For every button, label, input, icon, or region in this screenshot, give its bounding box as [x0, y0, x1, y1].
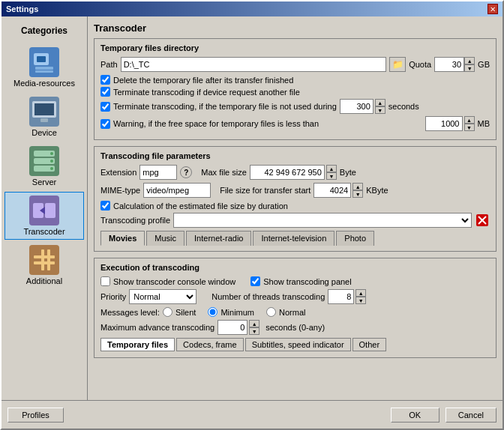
cb3-checkbox[interactable] — [100, 102, 110, 112]
panel-checkbox[interactable] — [250, 276, 260, 286]
file-size-transfer-unit: KByte — [366, 186, 388, 195]
server-icon — [29, 146, 59, 176]
mime-label: MIME-type — [100, 186, 140, 195]
cb3-pre-label: Terminate transcoding, if the temporary … — [113, 102, 337, 111]
transcoder-icon — [29, 196, 59, 225]
cancel-button[interactable]: Cancel — [446, 408, 496, 423]
cb3-up-button[interactable]: ▲ — [375, 99, 386, 106]
browse-button[interactable]: 📁 — [389, 57, 406, 72]
profile-combo — [173, 213, 472, 228]
messages-row: Messages level: Silent Minimum Normal — [100, 307, 490, 317]
sidebar-item-transcoder-label: Transcoder — [23, 227, 64, 236]
cb4-input[interactable] — [425, 116, 463, 131]
threads-label: Number of threads transcoding — [212, 292, 325, 301]
ok-button[interactable]: OK — [391, 408, 440, 423]
close-button[interactable]: ✕ — [488, 4, 498, 14]
svg-rect-7 — [34, 103, 54, 115]
sidebar-item-transcoder[interactable]: Transcoder — [4, 192, 84, 240]
max-file-size-up-button[interactable]: ▲ — [326, 165, 337, 172]
svg-point-13 — [50, 152, 53, 155]
execution-group: Execution of transcoding Show transcoder… — [94, 258, 496, 358]
mime-input[interactable] — [143, 183, 211, 198]
radio-silent-group: Silent — [163, 307, 196, 317]
radio-normal-group: Normal — [266, 307, 305, 317]
footer: Profiles OK Cancel — [2, 400, 502, 429]
tab-music[interactable]: Music — [146, 231, 184, 246]
threads-input[interactable] — [328, 289, 354, 304]
priority-threads-row: Priority Normal Low Below Normal Normal … — [100, 289, 490, 304]
advance-input[interactable] — [218, 320, 248, 335]
format-tabs: Movies Music Internet-radio Internet-tel… — [100, 231, 490, 246]
svg-rect-8 — [40, 118, 48, 122]
extension-label: Extension — [100, 168, 136, 177]
tab-internet-radio[interactable]: Internet-radio — [186, 231, 251, 246]
sidebar-item-server[interactable]: Server — [4, 142, 84, 190]
sidebar-item-device[interactable]: Device — [4, 93, 84, 141]
sidebar-item-media-resources[interactable]: Media-resources — [4, 43, 84, 91]
file-size-transfer-down-button[interactable]: ▼ — [352, 190, 363, 198]
max-file-size-down-button[interactable]: ▼ — [326, 172, 337, 180]
file-size-transfer-input[interactable] — [314, 183, 351, 198]
quota-spinner: ▲ ▼ — [434, 57, 475, 72]
quota-up-button[interactable]: ▲ — [464, 57, 475, 64]
threads-up-button[interactable]: ▲ — [356, 289, 366, 297]
max-file-size-input[interactable] — [250, 165, 325, 180]
ext-maxsize-row: Extension ? Max file size ▲ ▼ Byte — [100, 165, 490, 180]
cb1-row: Delete the temporary file after its tran… — [100, 75, 490, 85]
bottom-tab-subtitles[interactable]: Subtitles, speed indicator — [245, 338, 351, 351]
advance-up-button[interactable]: ▲ — [249, 320, 260, 327]
profile-row: Transcoding profile — [100, 213, 490, 228]
cb2-checkbox[interactable] — [100, 87, 110, 97]
additional-icon — [29, 245, 59, 275]
radio-normal[interactable] — [266, 307, 276, 317]
cb2-label: Terminate transcoding if device request … — [113, 88, 300, 97]
profile-delete-button[interactable] — [475, 213, 490, 228]
profile-select[interactable] — [173, 213, 472, 228]
quota-spinner-buttons: ▲ ▼ — [464, 57, 475, 72]
quota-input[interactable] — [434, 57, 464, 72]
cb4-down-button[interactable]: ▼ — [464, 124, 475, 131]
help-button[interactable]: ? — [180, 166, 192, 178]
cb4-checkbox[interactable] — [100, 119, 110, 129]
path-input[interactable] — [121, 57, 386, 72]
bottom-tab-codecs[interactable]: Codecs, frame — [176, 338, 244, 351]
bottom-tab-other[interactable]: Other — [352, 338, 387, 351]
profiles-button[interactable]: Profiles — [8, 408, 64, 423]
file-size-transfer-up-button[interactable]: ▲ — [352, 183, 363, 190]
cb3-down-button[interactable]: ▼ — [375, 106, 386, 114]
device-icon — [29, 97, 59, 127]
file-size-transfer-spinner: ▲ ▼ — [314, 183, 363, 198]
cb3-input[interactable] — [340, 99, 374, 114]
console-label: Show transcoder console window — [113, 277, 236, 286]
radio-silent[interactable] — [163, 307, 172, 317]
settings-window: Settings ✕ Categories Media-resources — [0, 0, 504, 430]
cb1-checkbox[interactable] — [100, 75, 110, 85]
calc-label: Calculation of the estimated file size b… — [113, 202, 288, 211]
radio-minimum-label: Minimum — [220, 308, 254, 317]
sidebar-item-additional[interactable]: Additional — [4, 241, 84, 289]
advance-row: Maximum advance transcoding ▲ ▼ seconds … — [100, 320, 490, 335]
quota-down-button[interactable]: ▼ — [464, 64, 475, 72]
page-title: Transcoder — [94, 22, 496, 34]
console-checkbox[interactable] — [100, 276, 110, 286]
cb4-up-button[interactable]: ▲ — [464, 116, 475, 124]
sidebar-item-additional-label: Additional — [26, 276, 62, 285]
advance-down-button[interactable]: ▼ — [249, 327, 260, 335]
temp-files-group: Temporary files directory Path 📁 Quota ▲… — [94, 38, 496, 140]
advance-unit: seconds (0-any) — [266, 323, 325, 332]
radio-minimum[interactable] — [208, 307, 218, 317]
svg-rect-4 — [35, 70, 53, 73]
max-file-size-unit: Byte — [340, 168, 356, 177]
transcoding-params-title: Transcoding file parameters — [100, 151, 490, 160]
sidebar-item-device-label: Device — [32, 128, 57, 137]
priority-select[interactable]: Normal Low Below Normal Normal Above Nor… — [129, 289, 196, 304]
quota-label: Quota — [409, 60, 431, 69]
extension-input[interactable] — [140, 165, 177, 180]
calc-checkbox[interactable] — [100, 201, 110, 211]
tab-photo[interactable]: Photo — [336, 231, 374, 246]
temp-files-title: Temporary files directory — [100, 43, 490, 52]
tab-movies[interactable]: Movies — [100, 231, 145, 246]
threads-down-button[interactable]: ▼ — [356, 297, 366, 304]
bottom-tab-temp-files[interactable]: Temporary files — [100, 338, 175, 351]
tab-internet-tv[interactable]: Internet-television — [253, 231, 334, 246]
